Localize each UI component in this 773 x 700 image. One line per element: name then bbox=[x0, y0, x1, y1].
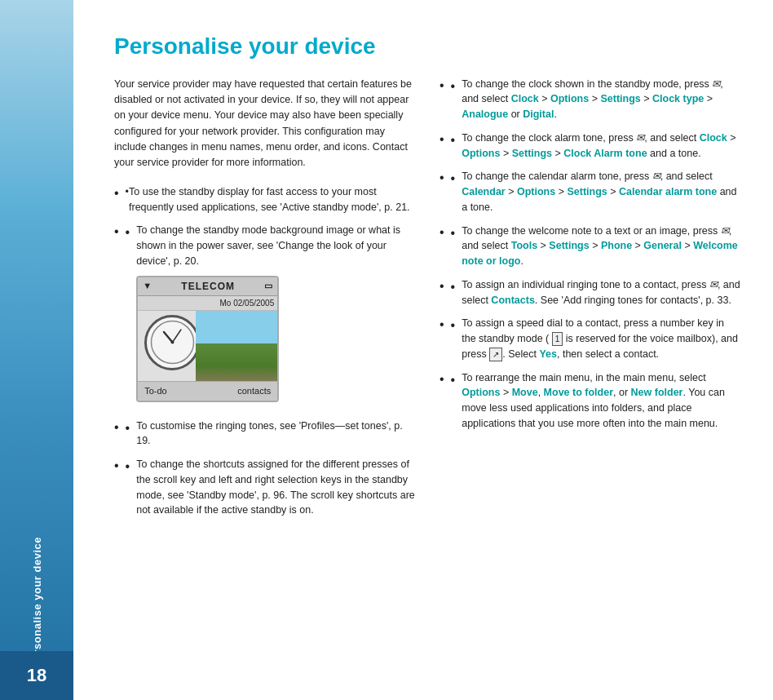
list-item: • To customise the ringing tones, see 'P… bbox=[114, 419, 415, 450]
bullet: • bbox=[451, 131, 456, 150]
list-item-text: To change the welcome note to a text or … bbox=[462, 224, 740, 269]
list-item: • To use the standby display for fast ac… bbox=[114, 184, 415, 215]
link-move-to-folder: Move to folder bbox=[544, 387, 613, 398]
list-item: • To change the clock shown in the stand… bbox=[440, 77, 740, 122]
right-bullet-list: • To change the clock shown in the stand… bbox=[440, 77, 740, 432]
key-arrow: ↗ bbox=[489, 348, 502, 361]
link-options4: Options bbox=[462, 387, 500, 398]
clock-svg bbox=[150, 320, 195, 365]
right-column: • To change the clock shown in the stand… bbox=[440, 77, 740, 667]
intro-paragraph: Your service provider may have requested… bbox=[114, 77, 415, 171]
phone-screenshot: ▼ TELECOM ▭ Mo 02/05/2005 bbox=[136, 276, 279, 402]
link-clock2: Clock bbox=[700, 132, 727, 144]
bullet: • bbox=[126, 223, 130, 242]
list-item-text: To change the shortcuts assigned for the… bbox=[136, 457, 415, 518]
list-item: • To change the welcome note to a text o… bbox=[440, 224, 740, 269]
bullet: • bbox=[451, 370, 456, 390]
sidebar: Personalise your device 18 bbox=[0, 0, 73, 700]
bullet: • bbox=[126, 457, 130, 476]
link-options3: Options bbox=[517, 186, 555, 197]
two-column-layout: Your service provider may have requested… bbox=[114, 77, 740, 667]
link-yes: Yes bbox=[539, 348, 557, 360]
link-calendar-alarm-tone: Calendar alarm tone bbox=[619, 186, 717, 197]
link-clock-type: Clock type bbox=[652, 93, 704, 104]
signal-icon: ▼ bbox=[143, 279, 152, 293]
link-calendar: Calendar bbox=[462, 186, 506, 197]
bullet: • bbox=[126, 419, 130, 438]
link-general: General bbox=[643, 240, 682, 251]
list-item: • To change the calendar alarm tone, pre… bbox=[440, 169, 740, 215]
list-item-text: To assign an individual ringing tone to … bbox=[462, 277, 740, 308]
link-settings2: Settings bbox=[512, 148, 552, 159]
list-item-text: To change the clock alarm tone, press ✉,… bbox=[462, 131, 740, 162]
list-item-text: To change the calendar alarm tone, press… bbox=[462, 169, 740, 215]
list-item: • To change the clock alarm tone, press … bbox=[440, 131, 740, 162]
left-column: Your service provider may have requested… bbox=[114, 77, 415, 667]
link-analogue: Analogue bbox=[462, 109, 508, 120]
link-settings3: Settings bbox=[567, 186, 607, 197]
link-clock: Clock bbox=[511, 93, 539, 104]
carrier-name: TELECOM bbox=[181, 279, 235, 294]
soft-right-label: contacts bbox=[237, 384, 271, 398]
main-content: Personalise your device Your service pro… bbox=[73, 0, 773, 700]
bullet: • bbox=[451, 277, 456, 297]
link-new-folder: New folder bbox=[631, 387, 683, 398]
link-move: Move bbox=[512, 387, 538, 398]
svg-point-3 bbox=[170, 341, 174, 344]
page-number-area: 18 bbox=[0, 651, 73, 700]
link-options2: Options bbox=[462, 148, 500, 159]
battery-icon: ▭ bbox=[264, 279, 272, 293]
list-item-text: To assign a speed dial to a contact, pre… bbox=[462, 316, 740, 361]
list-item-text: To change the standby mode background im… bbox=[136, 223, 415, 410]
phone-footer: To-do contacts bbox=[138, 381, 277, 401]
link-tools: Tools bbox=[511, 240, 537, 251]
link-welcome-note: Welcome note or logo bbox=[462, 240, 738, 267]
soft-left-label: To-do bbox=[144, 384, 167, 398]
list-item: • To change the standby mode background … bbox=[114, 223, 415, 410]
bullet: • bbox=[451, 77, 456, 96]
link-options: Options bbox=[550, 93, 589, 104]
clock-face bbox=[144, 315, 200, 370]
sidebar-label: Personalise your device bbox=[31, 537, 43, 667]
list-item: • To assign a speed dial to a contact, p… bbox=[440, 316, 740, 361]
list-item: • To change the shortcuts assigned for t… bbox=[114, 457, 415, 518]
link-digital: Digital bbox=[523, 109, 554, 120]
list-item-text: To rearrange the main menu, in the main … bbox=[462, 370, 740, 432]
phone-date: Mo 02/05/2005 bbox=[138, 296, 277, 311]
link-settings: Settings bbox=[600, 93, 640, 104]
left-bullet-list: • To use the standby display for fast ac… bbox=[114, 184, 415, 518]
bullet: • bbox=[451, 316, 456, 335]
bullet: • bbox=[451, 224, 456, 243]
link-clock-alarm-tone: Clock Alarm tone bbox=[563, 148, 647, 159]
list-item: • To rearrange the main menu, in the mai… bbox=[440, 370, 740, 432]
page-number: 18 bbox=[27, 665, 46, 686]
link-settings4: Settings bbox=[549, 240, 589, 251]
list-item-text: To use the standby display for fast acce… bbox=[129, 184, 415, 215]
list-item: • To assign an individual ringing tone t… bbox=[440, 277, 740, 308]
bullet: • bbox=[451, 169, 456, 188]
key-1: 1 bbox=[552, 332, 563, 346]
page-title: Personalise your device bbox=[114, 33, 740, 60]
link-phone: Phone bbox=[601, 240, 632, 251]
list-item-text: To customise the ringing tones, see 'Pro… bbox=[136, 419, 415, 450]
phone-header: ▼ TELECOM ▭ bbox=[138, 277, 277, 296]
phone-photo bbox=[196, 311, 277, 384]
link-contacts: Contacts bbox=[491, 295, 534, 306]
list-item-text: To change the clock shown in the standby… bbox=[462, 77, 740, 122]
